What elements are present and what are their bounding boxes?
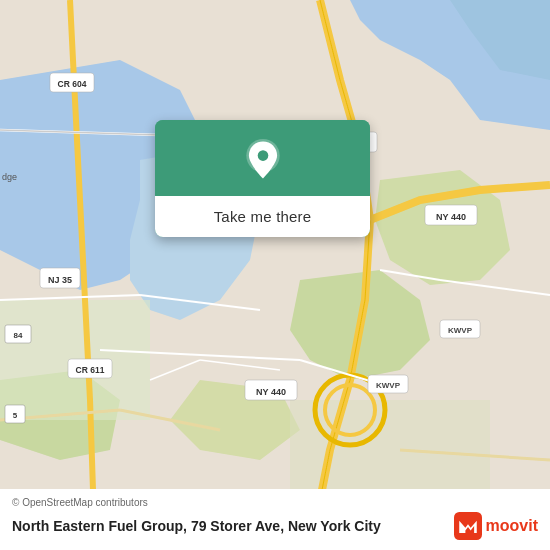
moovit-m-icon bbox=[454, 512, 482, 540]
svg-text:NY 440: NY 440 bbox=[436, 212, 466, 222]
svg-text:NJ 35: NJ 35 bbox=[48, 275, 72, 285]
map-attribution: © OpenStreetMap contributors bbox=[12, 497, 538, 508]
attribution-text: © OpenStreetMap contributors bbox=[12, 497, 148, 508]
location-title-bar: North Eastern Fuel Group, 79 Storer Ave,… bbox=[12, 512, 538, 540]
svg-text:5: 5 bbox=[13, 411, 18, 420]
moovit-brand-text: moovit bbox=[486, 517, 538, 535]
svg-text:CR 611: CR 611 bbox=[76, 365, 105, 375]
svg-text:84: 84 bbox=[14, 331, 23, 340]
take-me-there-button[interactable]: Take me there bbox=[155, 196, 370, 237]
svg-text:NY 440: NY 440 bbox=[256, 387, 286, 397]
bottom-bar: © OpenStreetMap contributors North Easte… bbox=[0, 489, 550, 550]
svg-text:KWVP: KWVP bbox=[376, 381, 401, 390]
location-pin-icon bbox=[241, 138, 285, 182]
popup-icon-area bbox=[155, 120, 370, 196]
popup-card: Take me there bbox=[155, 120, 370, 237]
moovit-logo: moovit bbox=[454, 512, 538, 540]
svg-text:KWVP: KWVP bbox=[448, 326, 473, 335]
svg-text:CR 604: CR 604 bbox=[58, 79, 87, 89]
map-svg: NY 440 NY 440 NY 440 NJ 35 CR 604 CR 611… bbox=[0, 0, 550, 550]
svg-text:dge: dge bbox=[2, 172, 17, 182]
map-container: NY 440 NY 440 NY 440 NJ 35 CR 604 CR 611… bbox=[0, 0, 550, 550]
svg-point-44 bbox=[257, 150, 268, 161]
location-name-text: North Eastern Fuel Group, 79 Storer Ave,… bbox=[12, 518, 446, 534]
